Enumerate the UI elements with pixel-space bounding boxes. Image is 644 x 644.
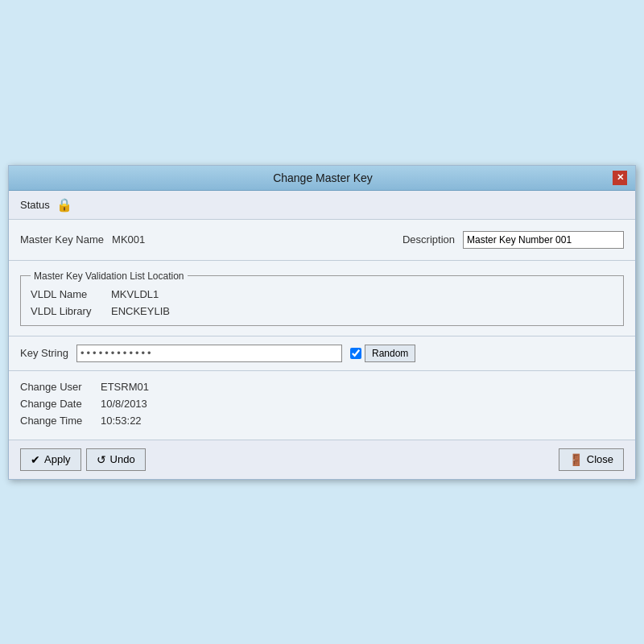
status-label: Status: [20, 199, 50, 211]
vldl-name-row: VLDL Name MKVLDL1: [31, 288, 613, 300]
lock-icon: 🔒: [56, 197, 72, 213]
vldl-library-row: VLDL Library ENCKEYLIB: [31, 305, 613, 317]
change-time-row: Change Time 10:53:22: [20, 415, 624, 427]
dialog-body: Status 🔒 Master Key Name MK001 Descripti…: [9, 191, 635, 479]
apply-label: Apply: [44, 453, 71, 465]
undo-icon: ↺: [97, 453, 106, 466]
vldl-section: Master Key Validation List Location VLDL…: [9, 261, 635, 336]
change-user-label: Change User: [20, 381, 93, 393]
random-checkbox[interactable]: [350, 348, 361, 359]
vldl-legend: Master Key Validation List Location: [31, 270, 188, 282]
key-string-label: Key String: [20, 347, 68, 359]
description-field: Description: [402, 231, 624, 249]
master-key-name-field: Master Key Name MK001: [20, 233, 145, 246]
close-button[interactable]: 🚪 Close: [559, 448, 624, 471]
random-button[interactable]: Random: [365, 345, 415, 362]
left-buttons: ✔ Apply ↺ Undo: [20, 448, 146, 471]
key-string-input[interactable]: [76, 345, 342, 362]
vldl-fieldset: Master Key Validation List Location VLDL…: [20, 270, 624, 326]
change-date-value: 10/8/2013: [101, 398, 147, 410]
random-checkbox-area: Random: [350, 345, 415, 362]
close-label: Close: [587, 453, 613, 465]
apply-icon: ✔: [31, 453, 40, 466]
undo-button[interactable]: ↺ Undo: [86, 448, 146, 471]
change-date-row: Change Date 10/8/2013: [20, 398, 624, 410]
close-x-button[interactable]: ✕: [613, 171, 627, 185]
status-section: Status 🔒: [9, 191, 635, 220]
close-btn-icon: 🚪: [569, 453, 583, 466]
vldl-library-label: VLDL Library: [31, 305, 103, 317]
vldl-name-label: VLDL Name: [31, 288, 103, 300]
master-key-name-label: Master Key Name: [20, 233, 104, 246]
change-user-value: ETSRM01: [101, 381, 149, 393]
button-bar: ✔ Apply ↺ Undo 🚪 Close: [9, 440, 635, 479]
change-time-label: Change Time: [20, 415, 93, 427]
vldl-name-value: MKVLDL1: [111, 288, 159, 300]
undo-label: Undo: [110, 453, 135, 465]
master-key-info-section: Master Key Name MK001 Description: [9, 220, 635, 261]
change-time-value: 10:53:22: [101, 415, 142, 427]
change-user-row: Change User ETSRM01: [20, 381, 624, 393]
apply-button[interactable]: ✔ Apply: [20, 448, 81, 471]
master-key-name-value: MK001: [112, 233, 145, 246]
dialog-window: Change Master Key ✕ Status 🔒 Master Key …: [8, 165, 636, 480]
vldl-library-value: ENCKEYLIB: [111, 305, 170, 317]
description-label: Description: [402, 233, 455, 246]
audit-section: Change User ETSRM01 Change Date 10/8/201…: [9, 371, 635, 440]
key-string-section: Key String Random: [9, 336, 635, 371]
dialog-title: Change Master Key: [33, 171, 613, 184]
title-bar: Change Master Key ✕: [9, 166, 635, 191]
description-input[interactable]: [463, 231, 624, 249]
change-date-label: Change Date: [20, 398, 93, 410]
